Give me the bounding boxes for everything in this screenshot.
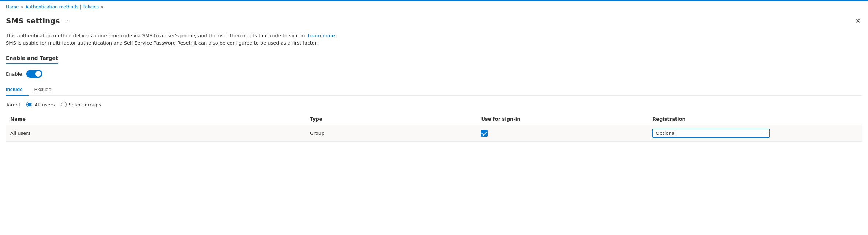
- col-header-type: Type: [306, 113, 477, 125]
- target-row: Target All users Select groups: [6, 102, 862, 107]
- cell-registration: Optional ⌄: [648, 125, 862, 142]
- select-groups-label: Select groups: [69, 102, 101, 107]
- col-header-signin: Use for sign-in: [477, 113, 648, 125]
- cell-type: Group: [306, 125, 477, 142]
- tab-include[interactable]: Include: [6, 84, 29, 96]
- breadcrumb-section[interactable]: Authentication methods | Policies: [26, 4, 99, 10]
- signin-checkbox[interactable]: [481, 130, 488, 137]
- description-line1: This authentication method delivers a on…: [6, 33, 306, 38]
- breadcrumb-sep2: >: [100, 4, 104, 10]
- all-users-label: All users: [34, 102, 55, 107]
- page-title: SMS settings: [6, 16, 60, 25]
- radio-all-users[interactable]: All users: [26, 102, 55, 107]
- tab-exclude[interactable]: Exclude: [29, 84, 57, 96]
- enable-label: Enable: [6, 71, 22, 77]
- learn-more-link[interactable]: Learn more: [308, 33, 335, 38]
- registration-dropdown[interactable]: Optional ⌄: [652, 129, 770, 138]
- page-title-row: SMS settings ···: [6, 16, 73, 25]
- breadcrumb-sep1: >: [20, 4, 24, 10]
- col-header-registration: Registration: [648, 113, 862, 125]
- cell-name: All users: [6, 125, 306, 142]
- tabs: Include Exclude: [6, 84, 862, 96]
- breadcrumb-home[interactable]: Home: [6, 4, 19, 10]
- enable-row: Enable: [6, 70, 862, 78]
- users-table: Name Type Use for sign-in Registration A…: [6, 113, 862, 142]
- radio-select-groups[interactable]: Select groups: [61, 102, 101, 107]
- breadcrumb: Home > Authentication methods | Policies…: [0, 1, 868, 12]
- page-header: SMS settings ··· ✕: [0, 12, 868, 32]
- cell-signin: [477, 125, 648, 142]
- enable-toggle[interactable]: [26, 70, 42, 78]
- more-options-button[interactable]: ···: [63, 17, 73, 25]
- col-header-name: Name: [6, 113, 306, 125]
- target-label: Target: [6, 102, 21, 107]
- chevron-down-icon: ⌄: [763, 131, 766, 135]
- main-content: This authentication method delivers a on…: [0, 32, 868, 148]
- registration-value: Optional: [656, 130, 676, 136]
- section-title: Enable and Target: [6, 55, 58, 64]
- description-line2: SMS is usable for multi-factor authentic…: [6, 40, 318, 46]
- table-row: All users Group Optional ⌄: [6, 125, 862, 142]
- description: This authentication method delivers a on…: [6, 32, 862, 46]
- close-button[interactable]: ✕: [854, 15, 862, 26]
